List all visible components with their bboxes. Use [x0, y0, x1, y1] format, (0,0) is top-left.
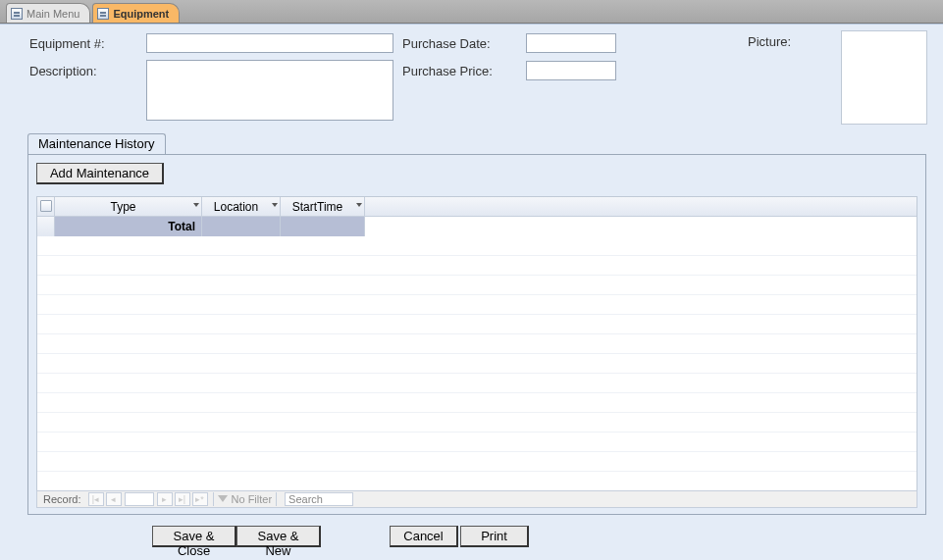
maintenance-history-subform: Add Maintenance Type Location StartTime: [27, 154, 926, 515]
record-number-box[interactable]: [125, 492, 154, 506]
form-icon: [11, 8, 23, 20]
equipment-no-label: Equipment #:: [29, 36, 105, 51]
print-label: Print: [481, 529, 507, 543]
save-close-button[interactable]: Save & Close: [152, 526, 236, 547]
tab-maintenance-history-label: Maintenance History: [38, 136, 155, 151]
record-label: Record:: [37, 493, 87, 505]
tab-main-menu[interactable]: Main Menu: [6, 3, 90, 23]
nav-prev-button[interactable]: ◂: [106, 492, 122, 506]
add-maintenance-button[interactable]: Add Maintenance: [36, 163, 164, 184]
save-new-label: Save & New: [258, 529, 299, 558]
row-selector-header[interactable]: [37, 197, 55, 216]
save-new-button[interactable]: Save & New: [236, 526, 321, 547]
chevron-down-icon[interactable]: [193, 203, 199, 207]
tab-equipment[interactable]: Equipment: [92, 3, 180, 23]
chevron-down-icon[interactable]: [272, 203, 278, 207]
tab-main-menu-label: Main Menu: [26, 8, 79, 20]
tab-equipment-label: Equipment: [113, 8, 169, 20]
filter-label[interactable]: No Filter: [232, 493, 273, 505]
nav-last-button[interactable]: ▸|: [175, 492, 190, 506]
search-placeholder: Search: [288, 493, 323, 505]
column-header-location[interactable]: Location: [202, 197, 281, 216]
column-header-type[interactable]: Type: [55, 197, 202, 216]
purchase-price-label: Purchase Price:: [402, 64, 493, 78]
description-input[interactable]: [146, 60, 393, 121]
grid-header: Type Location StartTime: [37, 197, 917, 217]
nav-new-button[interactable]: ▸*: [192, 492, 208, 506]
purchase-date-input[interactable]: [526, 33, 616, 53]
nav-next-button[interactable]: ▸: [157, 492, 173, 506]
grid-body[interactable]: [37, 236, 917, 494]
purchase-price-input[interactable]: [526, 61, 616, 80]
column-header-location-label: Location: [214, 200, 258, 214]
total-row-label: Total: [168, 220, 195, 233]
document-tabs: Main Menu Equipment: [0, 0, 943, 24]
row-selector-total[interactable]: [37, 217, 55, 236]
column-header-empty: [365, 197, 917, 216]
print-button[interactable]: Print: [460, 526, 529, 547]
cancel-label: Cancel: [403, 529, 443, 543]
nav-first-button[interactable]: |◂: [88, 492, 104, 506]
equipment-no-input[interactable]: [146, 33, 393, 53]
total-empty: [365, 217, 917, 236]
picture-label: Picture:: [748, 34, 791, 49]
tab-maintenance-history[interactable]: Maintenance History: [27, 133, 166, 155]
nav-separator: [276, 492, 277, 506]
total-starttime-cell: [281, 217, 365, 236]
add-maintenance-label: Add Maintenance: [50, 166, 149, 180]
column-header-type-label: Type: [110, 200, 135, 214]
filter-icon: [218, 495, 228, 505]
chevron-down-icon[interactable]: [356, 203, 362, 207]
total-location-cell: [202, 217, 281, 236]
nav-separator: [213, 492, 214, 506]
grid-total-row: Total: [37, 217, 917, 236]
search-box[interactable]: Search: [285, 492, 353, 506]
maintenance-grid[interactable]: Type Location StartTime Total: [36, 196, 917, 494]
cancel-button[interactable]: Cancel: [390, 526, 458, 547]
description-label: Description:: [29, 64, 97, 78]
column-header-starttime[interactable]: StartTime: [281, 197, 365, 216]
purchase-date-label: Purchase Date:: [402, 36, 491, 51]
record-navigator: Record: |◂ ◂ ▸ ▸| ▸* No Filter Search: [36, 490, 917, 508]
form-icon: [97, 8, 109, 20]
save-close-label: Save & Close: [174, 529, 215, 558]
column-header-starttime-label: StartTime: [292, 200, 343, 214]
form-area: Equipment #: Description: Purchase Date:…: [0, 24, 943, 560]
picture-box[interactable]: [841, 30, 927, 125]
bottom-buttons: Save & Close Save & New Cancel Print: [0, 525, 943, 548]
